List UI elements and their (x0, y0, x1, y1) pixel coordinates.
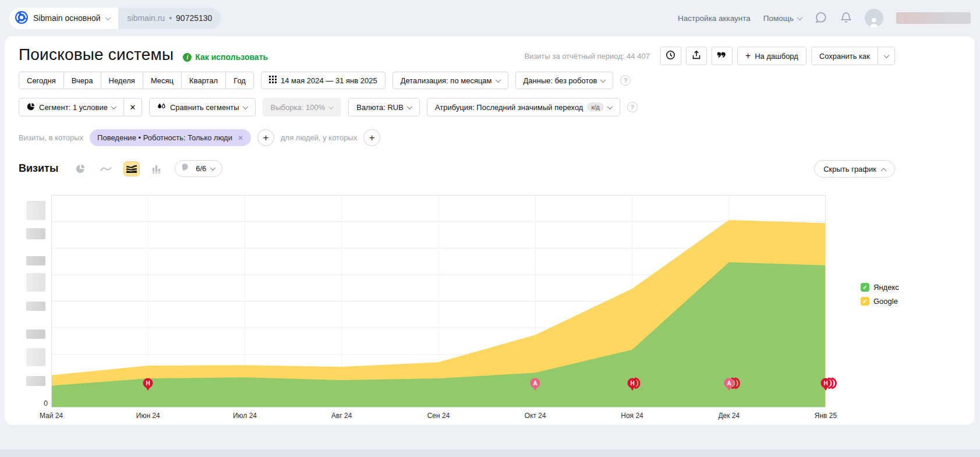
stacked-area-chart (51, 195, 826, 408)
detail-label: Детализация: по месяцам (401, 76, 492, 85)
add-to-dashboard-button[interactable]: + На дашборд (737, 47, 806, 65)
export-button[interactable] (686, 47, 707, 65)
chevron-down-icon (883, 52, 889, 58)
visits-condition-label: Визиты, в которых (19, 133, 83, 142)
chevron-down-icon (600, 77, 606, 83)
segment-dropdown[interactable]: Сегмент: 1 условие (19, 98, 124, 116)
chart-header: Визиты 6/6 (19, 160, 222, 177)
info-icon: i (183, 53, 192, 62)
segment-pie-icon (27, 102, 35, 112)
how-to-use-label: Как использовать (195, 52, 268, 62)
y-axis-label-redacted (26, 376, 45, 386)
chart-metric-title: Визиты (19, 162, 58, 175)
close-icon: ✕ (130, 103, 136, 112)
chart-type-columns-icon[interactable] (149, 161, 165, 176)
notifications-bell-icon[interactable] (840, 11, 852, 26)
title-row: Поисковые системы i Как использовать (19, 45, 268, 64)
preset-month[interactable]: Месяц (143, 72, 182, 89)
feedback-chat-icon[interactable] (815, 11, 827, 26)
legend-item-google[interactable]: ✓ Google (861, 297, 899, 306)
chart-type-pie-icon[interactable] (72, 161, 89, 176)
add-visit-condition-button[interactable]: + (257, 129, 274, 146)
x-axis-label: Ноя 24 (606, 412, 659, 420)
hide-chart-button[interactable]: Скрыть график (814, 160, 895, 178)
chevron-down-icon (111, 104, 117, 109)
date-range-button[interactable]: 14 мая 2024 — 31 янв 2025 (261, 72, 385, 89)
chevron-down-icon (242, 104, 248, 109)
how-to-use-link[interactable]: i Как использовать (183, 52, 268, 62)
x-axis-label: Июн 24 (122, 412, 174, 420)
hide-chart-label: Скрыть график (823, 165, 876, 173)
svg-text:А: А (727, 380, 731, 387)
annotation-marker[interactable]: А (529, 377, 553, 394)
plus-icon: + (745, 51, 751, 61)
date-filter-row: Сегодня Вчера Неделя Месяц Квартал Год 1… (19, 72, 631, 89)
chart-legend: ✓ Яндекс ✓ Google (861, 283, 899, 306)
sampling-dropdown[interactable]: Выборка: 100% (263, 98, 342, 116)
save-as-group: Сохранить как (811, 47, 895, 65)
x-axis-label: Окт 24 (509, 412, 561, 420)
x-axis-label: Май 24 (25, 412, 77, 420)
annotation-marker[interactable]: Н (142, 377, 165, 394)
annotation-marker[interactable]: Н (627, 377, 650, 394)
compare-label: Сравнить сегменты (170, 103, 239, 112)
data-mode-dropdown[interactable]: Данные: без роботов (515, 72, 614, 89)
currency-label: Валюта: RUB (356, 103, 404, 112)
date-range-label: 14 мая 2024 — 31 янв 2025 (281, 76, 377, 85)
save-as-menu-button[interactable] (878, 47, 895, 65)
checkbox-checked-icon: ✓ (861, 283, 869, 292)
page-title: Поисковые системы (19, 45, 174, 64)
chart-type-stacked-area-icon[interactable] (123, 161, 140, 176)
robot-filter-chip[interactable]: Поведение • Роботность: Только люди ✕ (90, 129, 251, 146)
compare-segments-dropdown[interactable]: Сравнить сегменты (149, 98, 256, 116)
period-visits-label: Визиты за отчётный период: (524, 52, 624, 61)
clear-segment-button[interactable]: ✕ (123, 98, 142, 116)
chevron-down-icon (607, 104, 613, 109)
svg-text:Н: Н (146, 380, 150, 387)
add-people-condition-button[interactable]: + (363, 129, 380, 146)
calendar-grid-icon (269, 76, 277, 85)
comments-button[interactable] (712, 47, 733, 65)
help-question-icon[interactable]: ? (627, 102, 638, 112)
x-axis-label: Дек 24 (703, 412, 755, 420)
annotation-marker[interactable]: А (723, 377, 747, 394)
save-as-button[interactable]: Сохранить как (811, 47, 878, 65)
preset-year[interactable]: Год (225, 72, 254, 89)
segment-filter-row: Сегмент: 1 условие ✕ Сравнить сегменты В… (19, 98, 638, 116)
annotation-marker[interactable]: Н (820, 377, 843, 394)
schedule-report-button[interactable] (660, 47, 681, 65)
help-menu[interactable]: Помощь (763, 14, 802, 23)
y-axis-zero-label: 0 (35, 399, 48, 408)
separator-dot: • (169, 13, 172, 23)
user-avatar[interactable] (865, 9, 883, 27)
y-axis-label-redacted (26, 348, 45, 366)
annotations-dropdown[interactable]: 6/6 (175, 160, 222, 177)
page: Sibmain основной sibmain.ru • 90725130 Н… (0, 0, 980, 457)
y-axis-label-redacted (26, 228, 45, 239)
topbar-right: Настройка аккаунта Помощь (678, 9, 971, 27)
topbar: Sibmain основной sibmain.ru • 90725130 Н… (0, 0, 980, 36)
account-settings-link[interactable]: Настройка аккаунта (678, 14, 751, 23)
preset-yesterday[interactable]: Вчера (63, 72, 101, 89)
data-mode-label: Данные: без роботов (523, 76, 597, 85)
currency-dropdown[interactable]: Валюта: RUB (348, 98, 420, 116)
export-icon (692, 50, 701, 62)
y-axis-label-redacted (26, 201, 45, 220)
help-question-icon[interactable]: ? (620, 75, 631, 86)
quotes-icon (717, 51, 727, 61)
legend-item-yandex[interactable]: ✓ Яндекс (861, 283, 899, 292)
chart-type-line-icon[interactable] (98, 161, 114, 176)
preset-week[interactable]: Неделя (101, 72, 143, 89)
preset-quarter[interactable]: Квартал (181, 72, 226, 89)
report-card: Поисковые системы i Как использовать Виз… (5, 36, 975, 425)
x-axis-label: Авг 24 (316, 412, 368, 420)
counter-switcher[interactable]: Sibmain основной (9, 8, 118, 29)
remove-chip-icon[interactable]: ✕ (238, 134, 243, 142)
annotations-count: 6/6 (196, 164, 206, 173)
counter-capsule: Sibmain основной sibmain.ru • 90725130 (9, 8, 221, 29)
segment-group: Сегмент: 1 условие ✕ (19, 98, 142, 116)
attribution-dropdown[interactable]: Атрибуция: Последний значимый переход к/… (427, 98, 620, 116)
detail-dropdown[interactable]: Детализация: по месяцам (392, 72, 508, 89)
y-axis-label-redacted (26, 273, 45, 292)
preset-today[interactable]: Сегодня (19, 72, 64, 89)
